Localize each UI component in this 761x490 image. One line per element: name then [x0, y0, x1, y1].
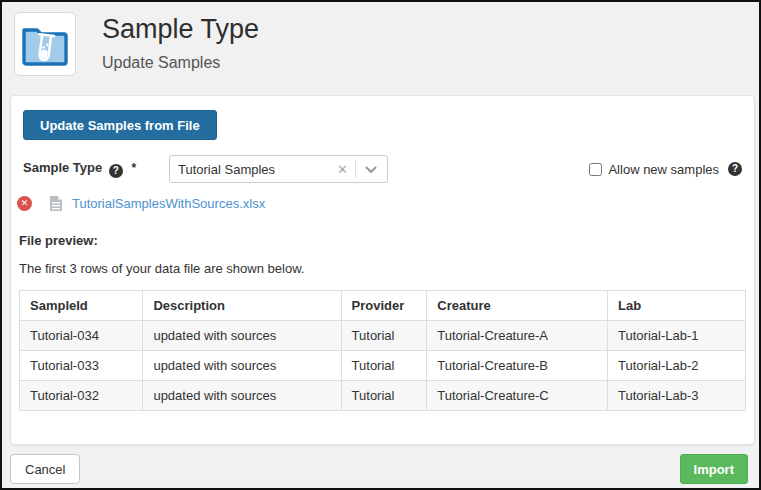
- uploaded-file-row: ✕ TutorialSamplesWithSources.xlsx: [17, 195, 265, 212]
- update-samples-from-file-button[interactable]: Update Samples from File: [23, 110, 217, 140]
- required-asterisk: *: [131, 161, 136, 175]
- allow-new-samples-label: Allow new samples: [608, 162, 719, 177]
- allow-new-samples-row: Allow new samples ?: [589, 162, 742, 177]
- page-header: Sample Type Update Samples: [14, 12, 259, 76]
- sample-type-label: Sample Type ? *: [23, 160, 169, 178]
- help-icon[interactable]: ?: [109, 164, 123, 178]
- table-cell: Tutorial-032: [20, 381, 143, 411]
- table-cell: Tutorial-034: [20, 321, 143, 351]
- clear-selection-icon[interactable]: ✕: [335, 162, 355, 177]
- sample-type-folder-icon: [14, 12, 76, 76]
- table-cell: Tutorial: [341, 351, 427, 381]
- table-cell: updated with sources: [143, 351, 341, 381]
- table-column-header: Description: [143, 291, 341, 321]
- table-cell: Tutorial: [341, 321, 427, 351]
- table-header-row: SampleIdDescriptionProviderCreatureLab: [20, 291, 746, 321]
- page-titles: Sample Type Update Samples: [102, 12, 259, 76]
- table-cell: Tutorial: [341, 381, 427, 411]
- table-row: Tutorial-032updated with sourcesTutorial…: [20, 381, 746, 411]
- page-subtitle: Update Samples: [102, 54, 259, 72]
- table-cell: Tutorial-Creature-C: [427, 381, 608, 411]
- uploaded-file-link[interactable]: TutorialSamplesWithSources.xlsx: [72, 196, 265, 211]
- sample-type-form-row: Sample Type ? * Tutorial Samples ✕ Allow…: [23, 154, 742, 184]
- table-column-header: SampleId: [20, 291, 143, 321]
- cancel-button[interactable]: Cancel: [10, 454, 80, 484]
- table-column-header: Lab: [608, 291, 746, 321]
- update-samples-panel: Update Samples from File Sample Type ? *…: [10, 95, 755, 445]
- table-cell: updated with sources: [143, 381, 341, 411]
- page-title: Sample Type: [102, 14, 259, 45]
- sample-type-select[interactable]: Tutorial Samples ✕: [169, 155, 388, 183]
- table-cell: Tutorial-033: [20, 351, 143, 381]
- allow-new-samples-checkbox[interactable]: [589, 163, 602, 176]
- update-samples-screen: Sample Type Update Samples Update Sample…: [0, 0, 761, 490]
- table-row: Tutorial-033updated with sourcesTutorial…: [20, 351, 746, 381]
- table-cell: Tutorial-Lab-2: [608, 351, 746, 381]
- table-cell: Tutorial-Creature-B: [427, 351, 608, 381]
- table-cell: updated with sources: [143, 321, 341, 351]
- table-column-header: Provider: [341, 291, 427, 321]
- sample-type-label-text: Sample Type: [23, 160, 102, 175]
- sample-type-select-value: Tutorial Samples: [178, 162, 335, 177]
- chevron-down-icon[interactable]: [356, 164, 379, 174]
- help-icon[interactable]: ?: [728, 162, 742, 176]
- table-cell: Tutorial-Creature-A: [427, 321, 608, 351]
- remove-file-icon[interactable]: ✕: [17, 196, 32, 211]
- file-preview-table: SampleIdDescriptionProviderCreatureLab T…: [19, 290, 746, 411]
- table-column-header: Creature: [427, 291, 608, 321]
- table-cell: Tutorial-Lab-3: [608, 381, 746, 411]
- file-preview-note: The first 3 rows of your data file are s…: [19, 261, 304, 276]
- import-button[interactable]: Import: [680, 454, 748, 484]
- file-preview-heading: File preview:: [19, 233, 98, 248]
- test-tube-folder-icon: [21, 20, 69, 68]
- table-cell: Tutorial-Lab-1: [608, 321, 746, 351]
- table-row: Tutorial-034updated with sourcesTutorial…: [20, 321, 746, 351]
- file-icon: [49, 195, 63, 212]
